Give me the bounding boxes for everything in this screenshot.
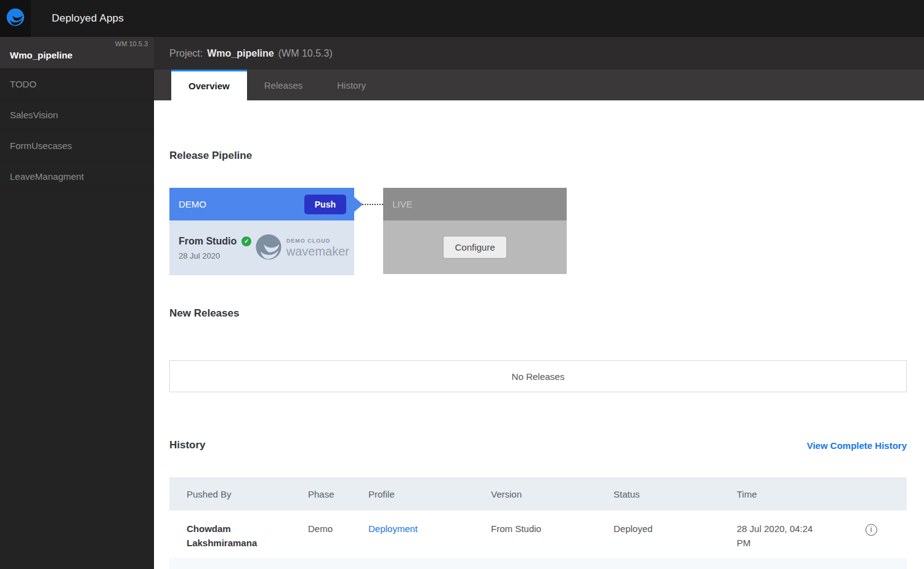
project-label: Project: <box>169 48 203 59</box>
release-pipeline: DEMO Push From Studio ✓ 28 Jul 2020 <box>169 188 907 275</box>
col-pushed-by: Pushed By <box>187 489 308 499</box>
tab-overview[interactable]: Overview <box>171 70 247 100</box>
history-table-row: Chowdam Lakshmiramana Demo Deployment Fr… <box>169 510 907 558</box>
release-pipeline-heading: Release Pipeline <box>169 150 907 162</box>
wavemaker-cloud-icon <box>253 231 285 265</box>
tab-label: History <box>337 80 366 91</box>
tab-label: Overview <box>188 81 230 91</box>
col-version: Version <box>491 489 614 499</box>
sidebar-item-label: TODO <box>10 79 36 89</box>
demo-cloud-label: DEMO CLOUD <box>286 238 349 244</box>
history-table-footer <box>169 558 907 569</box>
sidebar-item-todo[interactable]: TODO <box>0 69 154 100</box>
history-table-header: Pushed By Phase Profile Version Status T… <box>169 477 907 510</box>
cell-pushed-by: Chowdam Lakshmiramana <box>187 522 270 550</box>
demo-deploy-info: From Studio ✓ 28 Jul 2020 <box>179 236 251 260</box>
history-table: Pushed By Phase Profile Version Status T… <box>169 477 907 569</box>
live-stage-header: LIVE <box>383 188 567 220</box>
col-phase: Phase <box>308 489 368 499</box>
cell-version: From Studio <box>491 522 614 536</box>
top-bar: Deployed Apps <box>0 0 924 37</box>
configure-button[interactable]: Configure <box>443 236 506 259</box>
history-heading: History <box>169 439 206 451</box>
col-profile: Profile <box>368 489 491 499</box>
project-version: (WM 10.5.3) <box>278 48 333 59</box>
no-releases-text: No Releases <box>512 371 565 382</box>
new-releases-heading: New Releases <box>169 307 907 320</box>
demo-stage-card: DEMO Push From Studio ✓ 28 Jul 2020 <box>169 188 354 275</box>
live-stage-card: LIVE Configure <box>383 188 567 275</box>
project-version-badge: WM 10.5.3 <box>115 40 148 47</box>
info-icon[interactable]: i <box>865 524 877 536</box>
col-status: Status <box>614 489 737 499</box>
tab-history[interactable]: History <box>320 70 383 100</box>
tab-releases[interactable]: Releases <box>247 70 320 100</box>
demo-stage-name: DEMO <box>179 199 206 209</box>
cell-time: 28 Jul 2020, 04:24 PM <box>737 522 829 550</box>
demo-stage-body: From Studio ✓ 28 Jul 2020 DEMO CL <box>169 220 354 275</box>
col-time: Time <box>737 489 835 499</box>
sidebar-item-leavemanagment[interactable]: LeaveManagment <box>0 161 154 192</box>
overview-panel: Release Pipeline DEMO Push From Studio ✓… <box>154 100 924 569</box>
view-complete-history-link[interactable]: View Complete History <box>807 440 907 451</box>
sidebar-item-formusecases[interactable]: FormUsecases <box>0 131 154 161</box>
wavemaker-wordmark: wavemaker <box>286 245 349 257</box>
wavemaker-logo-icon <box>5 7 26 30</box>
demo-deploy-date: 28 Jul 2020 <box>179 251 251 260</box>
push-button[interactable]: Push <box>304 195 346 214</box>
tab-label: Releases <box>264 80 303 91</box>
cell-phase: Demo <box>308 522 368 536</box>
sidebar-item-label: SalesVision <box>10 110 58 120</box>
cell-status: Deployed <box>614 522 737 536</box>
live-stage-body: Configure <box>383 220 567 274</box>
demo-version-label: From Studio <box>179 236 237 247</box>
app-title: Deployed Apps <box>52 12 124 25</box>
sidebar-item-salesvision[interactable]: SalesVision <box>0 100 154 131</box>
success-check-icon: ✓ <box>241 236 251 246</box>
project-header: Project: Wmo_pipeline (WM 10.5.3) <box>154 37 924 70</box>
projects-sidebar: WM 10.5.3 Wmo_pipeline TODO SalesVision … <box>0 37 154 569</box>
tab-bar: Overview Releases History <box>154 70 924 100</box>
wavemaker-logo[interactable] <box>0 0 31 37</box>
cell-profile-link[interactable]: Deployment <box>368 522 491 536</box>
pipeline-connector <box>354 188 383 220</box>
demo-cloud-badge: DEMO CLOUD wavemaker <box>253 231 349 265</box>
live-stage-name: LIVE <box>392 199 413 209</box>
project-name: Wmo_pipeline <box>207 48 274 59</box>
sidebar-item-label: LeaveManagment <box>10 171 84 182</box>
sidebar-item-wmo-pipeline[interactable]: WM 10.5.3 Wmo_pipeline <box>0 37 154 69</box>
demo-stage-header: DEMO Push <box>169 188 354 220</box>
sidebar-item-label: Wmo_pipeline <box>10 50 73 60</box>
no-releases-box: No Releases <box>169 360 907 392</box>
sidebar-item-label: FormUsecases <box>10 140 72 151</box>
pipeline-dotted-line <box>362 204 383 205</box>
